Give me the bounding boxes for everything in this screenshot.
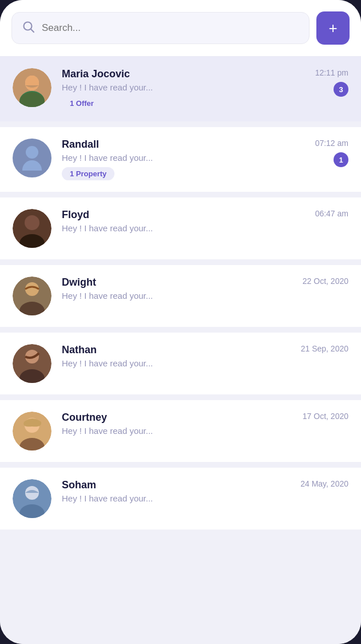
- contact-name: Courtney: [62, 412, 297, 424]
- message-content: Maria Jocovic Hey ! I have read your... …: [62, 68, 310, 110]
- message-preview: Hey ! I have read your...: [62, 358, 295, 368]
- avatar: [13, 344, 51, 383]
- message-item[interactable]: Soham Hey ! I have read your... 24 May, …: [0, 468, 361, 530]
- message-content: Nathan Hey ! I have read your...: [62, 344, 295, 373]
- message-meta: 06:47 am: [315, 209, 348, 218]
- message-content: Randall Hey ! I have read your... 1 Prop…: [62, 139, 310, 180]
- message-item[interactable]: Courtney Hey ! I have read your... 17 Oc…: [0, 400, 361, 462]
- message-preview: Hey ! I have read your...: [62, 493, 295, 503]
- message-preview: Hey ! I have read your...: [62, 291, 297, 301]
- message-meta: 24 May, 2020: [300, 479, 348, 488]
- avatar: [13, 139, 51, 177]
- message-meta: 17 Oct, 2020: [303, 412, 348, 421]
- message-content: Dwight Hey ! I have read your...: [62, 276, 297, 305]
- avatar: [13, 276, 51, 315]
- contact-name: Randall: [62, 139, 310, 151]
- message-preview: Hey ! I have read your...: [62, 153, 310, 163]
- message-time: 22 Oct, 2020: [303, 276, 348, 286]
- message-item[interactable]: Nathan Hey ! I have read your... 21 Sep,…: [0, 333, 361, 394]
- message-meta: 21 Sep, 2020: [301, 344, 348, 353]
- phone-container: + Maria Jocovic Hey ! I have read your..…: [0, 0, 361, 644]
- contact-name: Dwight: [62, 276, 297, 289]
- unread-badge: 1: [334, 152, 348, 167]
- message-time: 06:47 am: [315, 209, 348, 218]
- message-meta: 22 Oct, 2020: [303, 276, 348, 286]
- message-time: 21 Sep, 2020: [301, 344, 348, 353]
- message-tag: 1 Property: [62, 167, 114, 180]
- avatar: [13, 479, 51, 518]
- message-preview: Hey ! I have read your...: [62, 426, 297, 436]
- message-item[interactable]: Dwight Hey ! I have read your... 22 Oct,…: [0, 265, 361, 327]
- avatar: [13, 68, 51, 107]
- message-item[interactable]: Randall Hey ! I have read your... 1 Prop…: [0, 127, 361, 192]
- svg-point-9: [25, 215, 39, 230]
- message-time: 17 Oct, 2020: [303, 412, 348, 421]
- contact-name: Nathan: [62, 344, 295, 356]
- message-item[interactable]: Maria Jocovic Hey ! I have read your... …: [0, 57, 361, 121]
- search-bar-section: +: [0, 0, 361, 57]
- unread-badge: 3: [334, 82, 348, 97]
- message-preview: Hey ! I have read your...: [62, 82, 310, 92]
- svg-line-1: [31, 29, 34, 32]
- search-input-wrapper[interactable]: [11, 12, 310, 44]
- message-content: Courtney Hey ! I have read your...: [62, 412, 297, 440]
- contact-name: Maria Jocovic: [62, 68, 310, 80]
- message-meta: 12:11 pm 3: [315, 68, 348, 97]
- message-item[interactable]: Floyd Hey ! I have read your... 06:47 am: [0, 197, 361, 259]
- message-time: 07:12 am: [315, 139, 348, 148]
- add-button[interactable]: +: [316, 11, 350, 45]
- contact-name: Soham: [62, 479, 295, 491]
- message-preview: Hey ! I have read your...: [62, 223, 310, 233]
- messages-list: Maria Jocovic Hey ! I have read your... …: [0, 57, 361, 644]
- message-tag: 1 Offer: [62, 97, 102, 110]
- contact-name: Floyd: [62, 209, 310, 221]
- message-time: 24 May, 2020: [300, 479, 348, 488]
- message-content: Floyd Hey ! I have read your...: [62, 209, 310, 238]
- plus-icon: +: [328, 21, 337, 35]
- avatar: [13, 412, 51, 451]
- search-input[interactable]: [42, 22, 299, 34]
- svg-point-12: [25, 282, 39, 296]
- search-icon: [22, 21, 35, 35]
- message-time: 12:11 pm: [315, 68, 348, 77]
- message-meta: 07:12 am 1: [315, 139, 348, 167]
- avatar: [13, 209, 51, 248]
- message-content: Soham Hey ! I have read your...: [62, 479, 295, 508]
